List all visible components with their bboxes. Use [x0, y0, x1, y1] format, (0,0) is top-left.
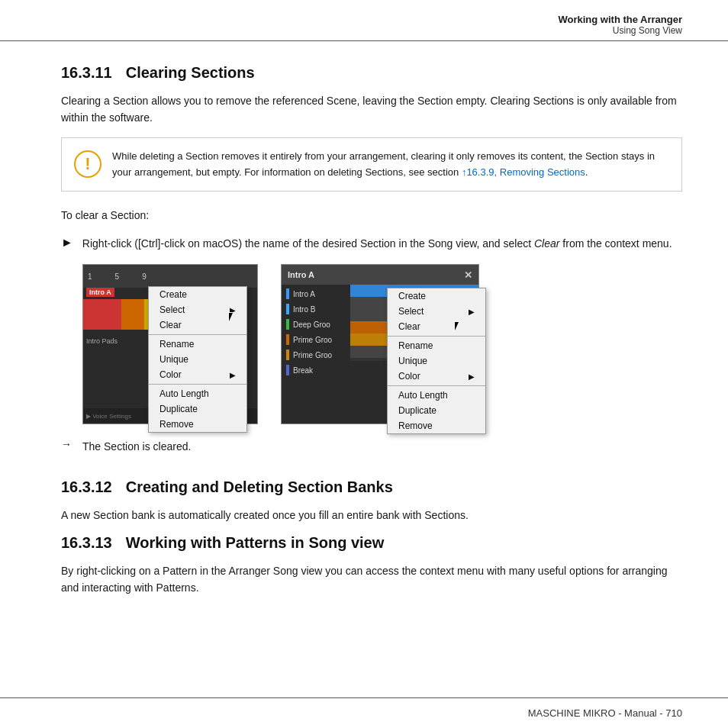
main-content: 16.3.11Clearing Sections Clearing a Sect… — [0, 41, 728, 697]
ctx-color[interactable]: Color▶ — [149, 367, 246, 382]
step-block: ► Right-click ([Ctrl]-click on macOS) th… — [61, 235, 682, 252]
section-1613-title: Working with Patterns in Song view — [126, 534, 385, 551]
rctx-remove[interactable]: Remove — [388, 418, 485, 433]
rctx-autolen[interactable]: Auto Length — [388, 388, 485, 403]
section-1611-heading: 16.3.11Clearing Sections — [61, 64, 682, 82]
rs-item-break: Break — [282, 362, 350, 378]
step-prefix: To clear a Section: — [61, 207, 682, 224]
footer-text: MASCHINE MIKRO - Manual - 710 — [528, 707, 682, 719]
rs-item-deepgroo: Deep Groo — [282, 317, 350, 332]
ctx-sep2 — [149, 384, 246, 385]
result-arrow-icon: → — [61, 438, 72, 450]
page: Working with the Arranger Using Song Vie… — [0, 0, 728, 728]
left-timeline: 1 5 9 — [83, 265, 257, 288]
step-arrow-icon: ► — [61, 236, 73, 250]
result-block: → The Section is cleared. — [61, 438, 682, 455]
result-text: The Section is cleared. — [82, 438, 191, 455]
section-1611-body: Clearing a Section allows you to remove … — [61, 92, 682, 127]
rctx-duplicate[interactable]: Duplicate — [388, 403, 485, 418]
rs-item-introa: Intro A — [282, 286, 350, 301]
rctx-select[interactable]: Select▶ — [388, 304, 485, 319]
right-header-label: Intro A — [288, 270, 314, 279]
rctx-create[interactable]: Create — [388, 288, 485, 304]
rctx-clear[interactable]: Clear — [388, 319, 485, 334]
screenshots-container: 1 5 9 Intro A Intro Pads ▶ Voice Setting… — [82, 264, 682, 424]
ctx-duplicate[interactable]: Duplicate — [149, 401, 246, 417]
ctx-remove[interactable]: Remove — [149, 417, 246, 432]
warning-icon: ! — [74, 150, 101, 178]
right-context-menu: Create Select▶ Clear Rename Unique Color… — [387, 288, 486, 434]
rs-color-break — [286, 365, 289, 375]
left-block-orange — [121, 299, 144, 330]
rs-color-primegroo1 — [286, 334, 289, 345]
left-intro-pads: Intro Pads — [86, 337, 118, 345]
rctx-sep2 — [388, 385, 485, 386]
section-1612-body: A new Section bank is automatically crea… — [61, 507, 682, 523]
warning-text: While deleting a Section removes it enti… — [112, 149, 669, 181]
right-header: Intro A ✕ — [282, 265, 478, 285]
rctx-rename[interactable]: Rename — [388, 338, 485, 353]
header-subtitle: Using Song View — [46, 25, 682, 36]
left-section-label: Intro A — [86, 288, 114, 297]
section-1613-heading: 16.3.13Working with Patterns in Song vie… — [61, 534, 682, 552]
ctx-clear[interactable]: Clear — [149, 317, 246, 333]
section-1611-number: 16.3.11 — [61, 64, 112, 81]
section-1612-title: Creating and Deleting Section Banks — [126, 478, 393, 495]
right-sections-list: Intro A Intro B Deep Groo Prime Groo — [282, 285, 350, 424]
section-1613-body: By right-clicking on a Pattern in the Ar… — [61, 562, 682, 597]
section-1612-heading: 16.3.12Creating and Deleting Section Ban… — [61, 478, 682, 496]
step-text: Right-click ([Ctrl]-click on macOS) the … — [82, 235, 672, 252]
section-1612-number: 16.3.12 — [61, 478, 112, 495]
rs-item-introb: Intro B — [282, 301, 350, 317]
ctx-create[interactable]: Create — [149, 287, 246, 302]
right-close: ✕ — [464, 269, 472, 281]
rs-color-primegroo2 — [286, 350, 289, 360]
page-header: Working with the Arranger Using Song Vie… — [0, 0, 728, 41]
rs-item-primegroo1: Prime Groo — [282, 332, 350, 347]
left-context-menu: Create Select▶ Clear Rename Unique Color… — [148, 286, 247, 433]
warning-link[interactable]: ↑16.3.9, Removing Sections — [462, 166, 585, 178]
ctx-unique[interactable]: Unique — [149, 352, 246, 367]
rctx-sep1 — [388, 336, 485, 337]
rs-color-introa — [286, 288, 289, 299]
left-block-red — [83, 299, 121, 330]
header-title: Working with the Arranger — [46, 14, 682, 25]
left-screenshot: 1 5 9 Intro A Intro Pads ▶ Voice Setting… — [82, 264, 258, 424]
ctx-sep1 — [149, 334, 246, 335]
section-1613-number: 16.3.13 — [61, 534, 112, 551]
ctx-autolen[interactable]: Auto Length — [149, 386, 246, 401]
warning-box: ! While deleting a Section removes it en… — [61, 137, 682, 192]
ctx-rename[interactable]: Rename — [149, 337, 246, 352]
rctx-unique[interactable]: Unique — [388, 353, 485, 369]
right-screenshot: Intro A ✕ Intro A Intro B Deep G — [281, 264, 479, 424]
rs-color-deepgroo — [286, 319, 289, 330]
section-1611-title: Clearing Sections — [126, 64, 255, 81]
rctx-color[interactable]: Color▶ — [388, 369, 485, 384]
rs-color-introb — [286, 304, 289, 314]
ctx-select[interactable]: Select▶ — [149, 302, 246, 317]
rs-item-primegroo2: Prime Groo — [282, 347, 350, 362]
page-footer: MASCHINE MIKRO - Manual - 710 — [0, 697, 728, 728]
